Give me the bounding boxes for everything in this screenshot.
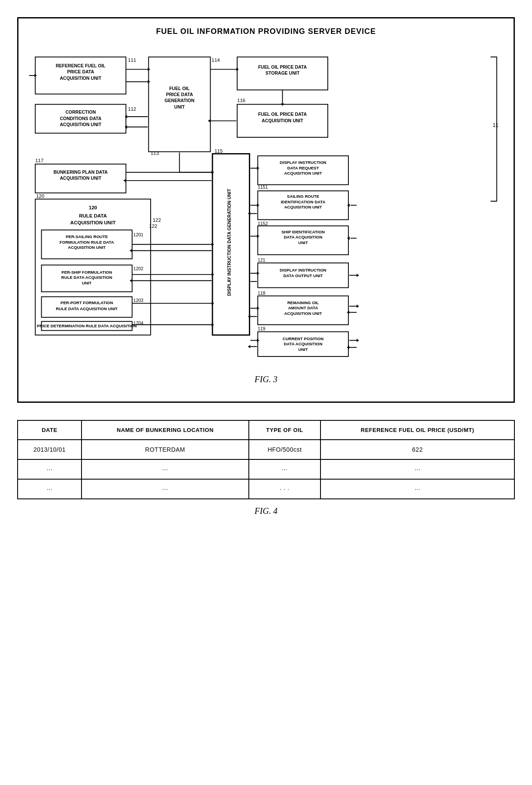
server-title: FUEL OIL INFORMATION PROVIDING SERVER DE… (27, 27, 505, 36)
svg-text:PER-SAILING ROUTE: PER-SAILING ROUTE (66, 234, 108, 239)
cell-date-1: 2013/10/01 (18, 440, 82, 459)
svg-text:ACQUISITION UNIT: ACQUISITION UNIT (284, 171, 322, 175)
svg-text:ACQUISITION UNIT: ACQUISITION UNIT (262, 118, 303, 123)
cell-oil-type-3: · · · (249, 479, 320, 499)
svg-text:114: 114 (212, 57, 220, 63)
table-row: ··· ··· ··· ··· (18, 459, 514, 479)
page-container: FUEL OIL INFORMATION PROVIDING SERVER DE… (9, 9, 523, 533)
svg-text:112: 112 (128, 106, 136, 112)
svg-text:BUNKERING PLAN DATA: BUNKERING PLAN DATA (54, 169, 108, 175)
svg-text:ACQUISITION UNIT: ACQUISITION UNIT (70, 220, 116, 225)
svg-text:DATA ACQUISITION: DATA ACQUISITION (284, 341, 322, 346)
cell-location-3: ··· (82, 479, 249, 499)
svg-text:REFERENCE FUEL OIL: REFERENCE FUEL OIL (56, 63, 106, 68)
svg-marker-150 (248, 345, 251, 348)
cell-price-2: ··· (320, 459, 514, 479)
col-location: NAME OF BUNKERING LOCATION (82, 420, 249, 440)
col-date: DATE (18, 420, 82, 440)
svg-text:CURRENT POSITION: CURRENT POSITION (283, 336, 323, 341)
svg-text:120: 120 (36, 193, 44, 199)
svg-text:FUEL OIL PRICE DATA: FUEL OIL PRICE DATA (258, 112, 307, 117)
svg-text:PER-SHIP FORMULATION: PER-SHIP FORMULATION (61, 270, 112, 275)
svg-text:AMOUNT DATA: AMOUNT DATA (288, 305, 318, 310)
svg-text:UNIT: UNIT (298, 347, 308, 352)
svg-text:DISPLAY INSTRUCTION: DISPLAY INSTRUCTION (280, 268, 326, 272)
svg-text:STORAGE UNIT: STORAGE UNIT (266, 70, 300, 75)
cell-date-2: ··· (18, 459, 82, 479)
svg-text:115: 115 (215, 148, 223, 154)
svg-marker-120 (357, 305, 359, 308)
svg-text:11: 11 (493, 122, 499, 128)
col-price: REFERENCE FUEL OIL PRICE (USD/MT) (320, 420, 514, 440)
cell-location-1: ROTTERDAM (82, 440, 249, 459)
svg-text:PRICE DATA: PRICE DATA (166, 92, 193, 97)
diagram-svg: REFERENCE FUEL OIL PRICE DATA ACQUISITIO… (27, 45, 505, 366)
cell-oil-type-2: ··· (249, 459, 320, 479)
svg-text:ACQUISITION UNIT: ACQUISITION UNIT (60, 122, 102, 127)
svg-text:SAILING ROUTE: SAILING ROUTE (287, 194, 320, 199)
cell-price-1: 622 (320, 440, 514, 459)
svg-text:FUEL OIL PRICE DATA: FUEL OIL PRICE DATA (258, 64, 307, 69)
svg-text:1203: 1203 (133, 298, 144, 303)
svg-text:FUEL OIL: FUEL OIL (169, 86, 190, 91)
svg-marker-113 (357, 274, 359, 277)
fig4-table-container: DATE NAME OF BUNKERING LOCATION TYPE OF … (17, 420, 515, 516)
svg-text:1152: 1152 (258, 221, 268, 226)
svg-text:ACQUISITION UNIT: ACQUISITION UNIT (60, 75, 102, 81)
svg-text:122: 122 (153, 217, 161, 223)
svg-text:120: 120 (89, 205, 97, 210)
svg-text:CORRECTION: CORRECTION (65, 109, 96, 115)
svg-text:122: 122 (149, 223, 157, 229)
svg-text:116: 116 (237, 98, 245, 103)
svg-text:DATA REQUEST: DATA REQUEST (287, 166, 319, 170)
svg-text:119: 119 (258, 326, 266, 331)
cell-oil-type-1: HFO/500cst (249, 440, 320, 459)
svg-text:RULE DATA: RULE DATA (79, 213, 107, 218)
svg-text:ACQUISITION UNIT: ACQUISITION UNIT (284, 205, 322, 209)
cell-price-3: ··· (320, 479, 514, 499)
svg-text:PRICE DETERMINATION RULE DATA : PRICE DETERMINATION RULE DATA ACQUISITIO… (37, 323, 137, 328)
svg-text:1151: 1151 (258, 184, 268, 190)
svg-text:DISPLAY INSTRUCTION DATA GENER: DISPLAY INSTRUCTION DATA GENERATION UNIT (227, 189, 232, 296)
table-header-row: DATE NAME OF BUNKERING LOCATION TYPE OF … (18, 420, 514, 440)
svg-text:RULE DATA ACQUISITION UNIT: RULE DATA ACQUISITION UNIT (56, 306, 118, 311)
svg-text:UNIT: UNIT (298, 240, 308, 245)
svg-text:SHIP IDENTIFICATION: SHIP IDENTIFICATION (281, 229, 325, 234)
svg-text:117: 117 (35, 158, 43, 163)
svg-text:GENERATION: GENERATION (165, 98, 195, 103)
svg-text:1202: 1202 (133, 266, 144, 271)
svg-text:DISPLAY INSTRUCTION: DISPLAY INSTRUCTION (280, 160, 326, 165)
svg-text:UNIT: UNIT (174, 104, 185, 109)
svg-marker-129 (357, 339, 359, 342)
col-oil-type: TYPE OF OIL (249, 420, 320, 440)
svg-text:ACQUISITION UNIT: ACQUISITION UNIT (68, 245, 106, 250)
svg-text:DATA ACQUISITION: DATA ACQUISITION (284, 235, 322, 239)
fig3-label: FIG. 3 (27, 374, 505, 384)
svg-text:111: 111 (128, 57, 136, 63)
svg-text:IDENTIFICATION DATA: IDENTIFICATION DATA (281, 199, 325, 204)
svg-text:FORMULATION RULE DATA: FORMULATION RULE DATA (60, 240, 114, 245)
svg-text:UNIT: UNIT (82, 281, 92, 285)
svg-text:REMAINING OIL: REMAINING OIL (287, 300, 319, 305)
svg-text:121: 121 (258, 257, 266, 263)
svg-text:ACQUISITION UNIT: ACQUISITION UNIT (60, 175, 102, 181)
svg-text:PRICE DATA: PRICE DATA (67, 69, 94, 74)
table-row: ··· ··· · · · ··· (18, 479, 514, 499)
svg-text:RULE DATA ACQUISITION: RULE DATA ACQUISITION (61, 275, 112, 280)
fig3-diagram: FUEL OIL INFORMATION PROVIDING SERVER DE… (17, 17, 515, 403)
svg-text:PER-PORT FORMULATION: PER-PORT FORMULATION (60, 300, 113, 305)
svg-text:113: 113 (151, 151, 159, 156)
cell-date-3: ··· (18, 479, 82, 499)
fig4-label: FIG. 4 (17, 506, 515, 516)
svg-text:1201: 1201 (133, 232, 144, 237)
fig4-table: DATE NAME OF BUNKERING LOCATION TYPE OF … (17, 420, 515, 499)
svg-text:CONDITIONS DATA: CONDITIONS DATA (60, 116, 101, 121)
svg-text:118: 118 (258, 290, 266, 296)
table-row: 2013/10/01 ROTTERDAM HFO/500cst 622 (18, 440, 514, 459)
svg-text:ACQUISITION UNIT: ACQUISITION UNIT (284, 311, 322, 316)
svg-text:DATA OUTPUT UNIT: DATA OUTPUT UNIT (283, 273, 323, 278)
cell-location-2: ··· (82, 459, 249, 479)
